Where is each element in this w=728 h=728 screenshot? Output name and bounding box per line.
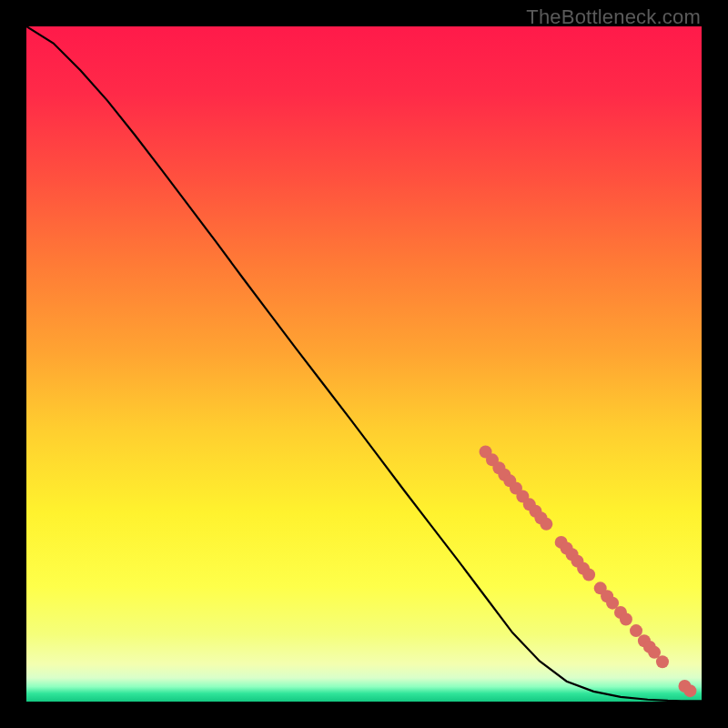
data-marker [656,655,669,668]
data-marker [630,624,642,637]
data-marker [620,612,632,625]
chart-svg [26,26,702,702]
data-marker [582,569,595,581]
plot-area [26,26,702,702]
data-marker [540,518,552,531]
data-marker [683,684,696,697]
chart-frame: TheBottleneck.com [0,0,728,728]
gradient-background [26,26,702,702]
